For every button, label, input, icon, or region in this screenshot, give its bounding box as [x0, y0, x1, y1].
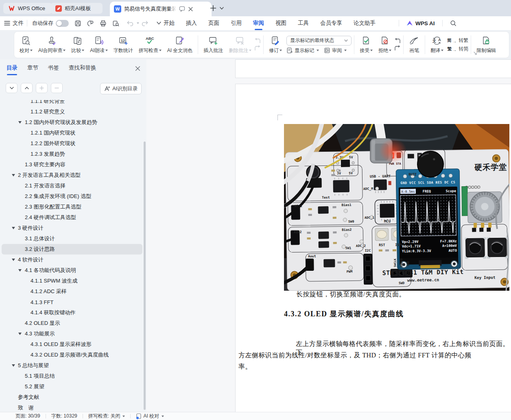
menu-member[interactable]: 会员专享: [320, 20, 342, 27]
export-pdf-icon[interactable]: [87, 20, 94, 27]
previous-change-icon[interactable]: [394, 38, 401, 44]
hamburger-menu-icon[interactable]: [4, 21, 10, 26]
review-pane-button[interactable]: 审阅: [324, 47, 347, 54]
toc-item[interactable]: 5.1 项目总结: [2, 371, 142, 381]
expand-triangle-icon[interactable]: [18, 121, 22, 124]
insert-comment-button[interactable]: 插入批注: [201, 33, 226, 57]
print-icon[interactable]: [100, 20, 107, 27]
expand-triangle-icon[interactable]: [12, 364, 15, 367]
previous-comment-icon[interactable]: [254, 38, 261, 44]
sidebar-tab-bookmarks[interactable]: 书签: [48, 64, 59, 72]
toc-item[interactable]: 4.1.4 获取按键动作: [2, 307, 142, 318]
ai-contract-review-button[interactable]: AI合同审查: [35, 33, 68, 57]
toc-item[interactable]: 4.1.2 ADC 采样: [2, 286, 142, 297]
spell-check-status[interactable]: 拼写检查: 关闭: [88, 413, 125, 420]
tab-wps-office[interactable]: WPS Office: [3, 3, 52, 14]
ai-read-aloud-button[interactable]: AI朗读: [87, 33, 110, 57]
toc-item[interactable]: 1.1.1 研究背景: [2, 100, 142, 107]
expand-triangle-icon[interactable]: [12, 259, 15, 261]
show-markup-button[interactable]: 显示标记: [286, 47, 319, 54]
next-comment-icon[interactable]: [254, 46, 261, 51]
tab-document-active[interactable]: W 简易信号失真度测量装置的设: [110, 2, 212, 16]
toc-item[interactable]: 4.3.1 OLED 显示采样波形: [2, 339, 142, 350]
track-changes-button[interactable]: 修订: [266, 33, 285, 57]
toc-item[interactable]: 1.1.2 研究意义: [2, 107, 142, 117]
toc-item[interactable]: 4.1.1 SPWM 波生成: [2, 276, 142, 286]
compare-button[interactable]: 比较: [68, 33, 87, 57]
menu-review-active[interactable]: 审阅: [253, 20, 264, 27]
search-icon[interactable]: [450, 20, 456, 26]
toc-item[interactable]: 2.1 开发语言选择: [2, 181, 142, 191]
close-sidebar-icon[interactable]: [135, 66, 140, 71]
sidebar-tab-find-replace[interactable]: 查找和替换: [69, 64, 96, 72]
close-tab-icon[interactable]: [188, 7, 193, 12]
toc-item[interactable]: 2.2 集成开发环境 (IDE) 选型: [2, 191, 142, 202]
toc-item[interactable]: 3 硬件设计: [2, 223, 142, 233]
toc-item[interactable]: 5.2 展望: [2, 381, 142, 392]
expand-all-button[interactable]: [21, 83, 33, 93]
toc-item[interactable]: 参考文献: [2, 392, 142, 403]
toc-item[interactable]: 1.2.3 发展趋势: [2, 149, 142, 159]
to-simplified-button[interactable]: 繁→ 转简: [447, 46, 468, 52]
toc-item[interactable]: 1.2.1 国内研究现状: [2, 128, 142, 138]
menu-paper-assistant[interactable]: 论文助手: [354, 20, 376, 27]
proofread-button[interactable]: 校对: [17, 33, 35, 57]
toc-item[interactable]: 4.1 各功能代码及说明: [2, 265, 142, 276]
ai-proofread-status[interactable]: AI 校对: [136, 413, 164, 420]
restrict-editing-button[interactable]: 限制编辑: [474, 33, 499, 57]
toc-item[interactable]: 4.2 OLED 显示: [2, 318, 142, 329]
next-change-icon[interactable]: [394, 46, 401, 51]
print-preview-icon[interactable]: [112, 20, 119, 27]
undo-icon[interactable]: [126, 20, 133, 26]
comment-bubble-icon[interactable]: [179, 6, 185, 12]
delete-comment-button[interactable]: 删除批注: [226, 33, 254, 57]
expand-triangle-icon[interactable]: [12, 174, 15, 176]
zoom-in-outline-button[interactable]: [36, 83, 48, 93]
menu-insert[interactable]: 插入: [186, 20, 197, 27]
toc-item[interactable]: 1.2 国内外研究现状及发展趋势: [2, 117, 142, 128]
expand-triangle-icon[interactable]: [18, 333, 22, 335]
toc-item[interactable]: 1.2.2 国外研究现状: [2, 138, 142, 149]
sidebar-scrollbar-thumb[interactable]: [144, 141, 146, 410]
menu-home[interactable]: 开始: [164, 20, 175, 27]
toc-item[interactable]: 5 总结与展望: [2, 360, 142, 371]
expand-triangle-icon[interactable]: [12, 227, 15, 229]
toc-item[interactable]: 1.3 研究主要内容: [2, 159, 142, 170]
menu-tools[interactable]: 工具: [298, 20, 309, 27]
toc-item[interactable]: 2.3 图形化配置工具选型: [2, 202, 142, 212]
menu-reference[interactable]: 引用: [231, 20, 242, 27]
to-traditional-button[interactable]: 简→ 转繁: [447, 37, 468, 44]
file-menu[interactable]: 文件: [13, 20, 24, 27]
menu-view[interactable]: 视图: [275, 20, 286, 27]
toc-item[interactable]: 2 开发语言工具及相关选型: [2, 170, 142, 181]
ai-recognize-toc-button[interactable]: AI识别目录: [100, 83, 142, 94]
toc-item[interactable]: 4.1.3 FFT: [2, 297, 142, 307]
save-icon[interactable]: [74, 20, 81, 27]
expand-triangle-icon[interactable]: [18, 269, 22, 272]
translate-button[interactable]: 文A 翻译: [428, 33, 446, 57]
zoom-out-outline-button[interactable]: [51, 83, 63, 93]
spell-check-button[interactable]: ABC 拼写检查: [136, 33, 164, 57]
tab-list-chevron-icon[interactable]: [220, 7, 224, 10]
toc-item[interactable]: 2.4 硬件调试工具选型: [2, 212, 142, 223]
ai-polish-button[interactable]: AI 全文润色: [164, 33, 196, 57]
toc-item[interactable]: 致 谢: [2, 403, 142, 412]
ribbon-expand-icon[interactable]: [474, 52, 477, 55]
menu-page[interactable]: 页面: [208, 20, 219, 27]
toc-item[interactable]: 3.1 总体设计: [2, 233, 142, 244]
sidebar-tab-contents[interactable]: 目录: [7, 64, 17, 72]
autosave-toggle[interactable]: [56, 20, 69, 27]
toc-item[interactable]: 3.2 设计思路: [2, 244, 142, 255]
redo-icon[interactable]: [142, 20, 149, 26]
markup-state-dropdown[interactable]: 显示标记的最终状态: [286, 36, 352, 46]
wps-ai-button[interactable]: WPS AI: [406, 20, 435, 26]
tab-docer-ai[interactable]: 稻壳AI模板: [50, 3, 103, 14]
undo-history-caret[interactable]: [137, 22, 139, 24]
word-count-button[interactable]: 12 字数统计: [111, 33, 136, 57]
toc-item[interactable]: 4 软件设计: [2, 255, 142, 265]
toc-item[interactable]: 4.3.2 OLED 显示频谱/失真度曲线: [2, 350, 142, 360]
ink-brush-button[interactable]: 画笔: [406, 33, 422, 57]
sidebar-tab-chapters[interactable]: 章节: [27, 64, 38, 72]
collapse-all-button[interactable]: [6, 83, 17, 93]
new-tab-icon[interactable]: [210, 5, 216, 11]
